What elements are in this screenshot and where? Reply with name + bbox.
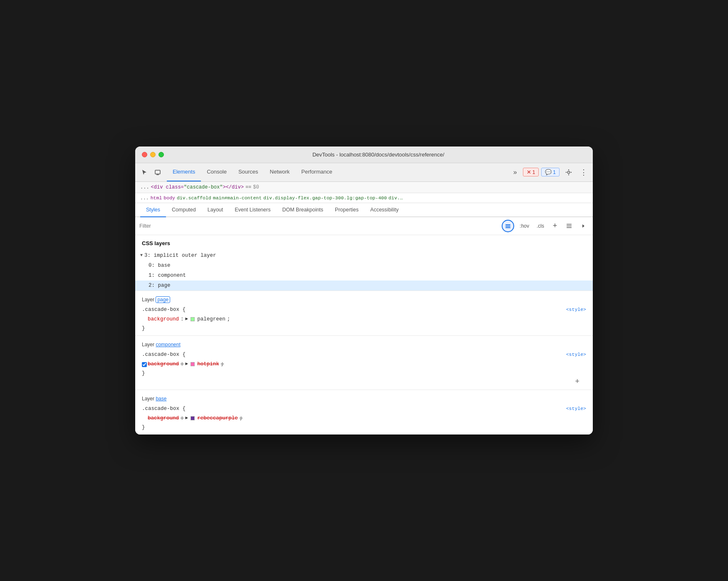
property-row-background-component: background : ▶ hotpink ;	[135, 360, 593, 369]
dom-path-main[interactable]: main#main-content	[213, 195, 262, 201]
prop-value-bg-base: rebeccapurple	[197, 414, 238, 422]
error-badge[interactable]: ✕ 1	[523, 168, 539, 176]
tab-event-listeners[interactable]: Event Listeners	[229, 203, 276, 217]
devtools-window: DevTools - localhost:8080/docs/devtools/…	[135, 146, 593, 435]
layer-item-implicit[interactable]: ▼ 3: implicit outer layer	[135, 251, 593, 261]
layers-filter-button[interactable]	[502, 220, 514, 232]
tab-styles[interactable]: Styles	[140, 203, 166, 217]
selector-row-base: .cascade-box { <style>	[135, 404, 593, 414]
triangle-icon: ▼	[140, 252, 143, 259]
tab-properties[interactable]: Properties	[329, 203, 364, 217]
layer-item-base[interactable]: 0: base	[135, 261, 593, 271]
source-link-base[interactable]: <style>	[566, 405, 586, 412]
selector-row-page: .cascade-box { <style>	[135, 305, 593, 315]
tab-network[interactable]: Network	[264, 163, 296, 181]
add-rule-bottom: +	[135, 378, 593, 387]
filter-input[interactable]	[139, 222, 498, 230]
breadcrumb-ellipsis: ...	[140, 184, 149, 190]
close-brace-page: }	[135, 324, 593, 333]
rule-section-page: Layer page .cascade-box { <style> backgr…	[135, 290, 593, 335]
layer-link-component[interactable]: component	[156, 342, 180, 348]
layer-item-component[interactable]: 1: component	[135, 271, 593, 281]
devtools-tab-bar: Elements Console Sources Network Perform…	[135, 163, 593, 182]
cursor-icon[interactable]	[139, 166, 150, 178]
tab-overflow-button[interactable]: »	[511, 165, 520, 179]
prop-name-bg-base: background	[148, 414, 179, 422]
svg-rect-6	[567, 226, 572, 226]
svg-rect-3	[505, 226, 510, 226]
settings-icon[interactable]	[563, 166, 574, 178]
tab-console[interactable]: Console	[201, 163, 233, 181]
selector-text-base: .cascade-box {	[142, 405, 186, 413]
svg-rect-5	[567, 224, 572, 225]
dom-path-ellipsis: ...	[140, 195, 149, 201]
checkbox-wrap-component	[142, 362, 147, 367]
tab-sources[interactable]: Sources	[233, 163, 264, 181]
color-swatch-component[interactable]	[191, 362, 195, 366]
color-swatch-page[interactable]	[191, 317, 195, 321]
layer-item-page[interactable]: 2: page	[135, 281, 593, 290]
layer-label-base: Layer base	[135, 392, 593, 404]
tab-layout[interactable]: Layout	[202, 203, 229, 217]
tab-elements[interactable]: Elements	[167, 163, 201, 181]
tab-computed[interactable]: Computed	[166, 203, 202, 217]
prop-name-bg-component: background	[148, 360, 179, 368]
style-toggle-icon[interactable]	[564, 221, 574, 231]
close-brace-base: }	[135, 423, 593, 432]
window-title: DevTools - localhost:8080/docs/devtools/…	[171, 151, 586, 158]
svg-marker-8	[582, 224, 584, 228]
dom-path-flex[interactable]: div.display-flex.gap-top-300.lg:gap-top-…	[263, 195, 387, 201]
dom-path-div-class[interactable]: div.…	[389, 195, 403, 201]
dom-path-html[interactable]: html	[151, 195, 162, 201]
layer-link-base[interactable]: base	[156, 396, 166, 402]
prop-name-bg-page: background	[148, 315, 179, 323]
toggle-sidebar-icon[interactable]	[578, 221, 589, 231]
color-swatch-base[interactable]	[191, 416, 195, 420]
prop-checkbox-component[interactable]	[142, 362, 147, 367]
tool-icons	[139, 166, 163, 178]
info-badge[interactable]: 💬 1	[541, 168, 560, 176]
dom-path-scaffold[interactable]: div.scaffold	[177, 195, 211, 201]
layer-link-page[interactable]: page	[156, 296, 170, 303]
breadcrumb-dollar: $0	[253, 184, 259, 190]
tab-badges: ✕ 1 💬 1	[523, 168, 560, 176]
source-link-page[interactable]: <style>	[566, 306, 586, 313]
device-icon[interactable]	[152, 166, 163, 178]
source-link-component[interactable]: <style>	[566, 351, 586, 358]
selector-text-page: .cascade-box {	[142, 305, 186, 314]
close-button[interactable]	[142, 152, 147, 157]
maximize-button[interactable]	[158, 152, 164, 157]
title-bar: DevTools - localhost:8080/docs/devtools/…	[135, 146, 593, 163]
prop-value-bg-component: hotpink	[197, 360, 219, 368]
breadcrumb-equals: ==	[245, 184, 251, 190]
layer-label-component: Layer component	[135, 338, 593, 350]
selector-text-component: .cascade-box {	[142, 350, 186, 359]
css-layers-title: CSS layers	[135, 235, 593, 251]
filter-bar: :hov .cls +	[135, 217, 593, 235]
svg-rect-0	[155, 170, 160, 174]
svg-rect-2	[505, 224, 510, 225]
filter-input-wrap	[139, 222, 498, 230]
property-row-background-page: background : ▶ palegreen ;	[135, 315, 593, 324]
add-style-button[interactable]: +	[550, 221, 560, 231]
tab-dom-breakpoints[interactable]: DOM Breakpoints	[276, 203, 329, 217]
minimize-button[interactable]	[150, 152, 156, 157]
dom-path-body[interactable]: body	[163, 195, 175, 201]
tab-performance[interactable]: Performance	[295, 163, 338, 181]
breadcrumb-selected: <div class="cascade-box"></div>	[151, 184, 244, 190]
property-row-background-base: background : ▶ rebeccapurple ;	[135, 414, 593, 423]
close-brace-component: }	[135, 369, 593, 378]
selector-row-component: .cascade-box { <style>	[135, 350, 593, 360]
more-icon[interactable]: ⋮	[578, 166, 589, 178]
rule-section-base: Layer base .cascade-box { <style> backgr…	[135, 390, 593, 435]
tab-accessibility[interactable]: Accessibility	[364, 203, 404, 217]
dom-path-bar: ... html body div.scaffold main#main-con…	[135, 193, 593, 203]
hov-button[interactable]: :hov	[518, 222, 531, 230]
layer-label-page: Layer page	[135, 293, 593, 305]
tab-actions: ⋮	[563, 166, 589, 178]
tab-list: Elements Console Sources Network Perform…	[167, 163, 511, 181]
panel-content: CSS layers ▼ 3: implicit outer layer 0: …	[135, 235, 593, 435]
cls-button[interactable]: .cls	[535, 222, 546, 230]
rule-section-component: Layer component .cascade-box { <style> b…	[135, 335, 593, 390]
add-property-button[interactable]: +	[575, 378, 579, 385]
